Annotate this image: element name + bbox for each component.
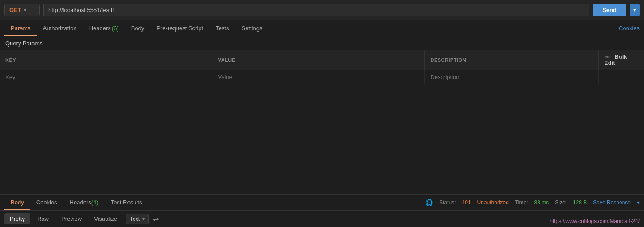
format-bar: Pretty Raw Preview Visualize Text ▾ ⇌ bbox=[0, 211, 644, 227]
size-value: 128 B bbox=[573, 199, 587, 206]
clear-button[interactable]: ⇌ bbox=[153, 215, 159, 223]
tab-body[interactable]: Body bbox=[125, 20, 151, 36]
tab-settings[interactable]: Settings bbox=[235, 20, 268, 36]
format-select[interactable]: Text ▾ bbox=[126, 214, 149, 224]
description-input[interactable] bbox=[430, 74, 593, 80]
response-section: Body Cookies Headers(4) Test Results 🌐 S… bbox=[0, 194, 644, 227]
method-label: GET bbox=[9, 7, 21, 13]
fmt-tab-visualize[interactable]: Visualize bbox=[89, 213, 122, 224]
resp-tab-body[interactable]: Body bbox=[4, 195, 30, 210]
time-value: 88 ms bbox=[534, 199, 549, 206]
tab-authorization[interactable]: Authorization bbox=[37, 20, 83, 36]
status-label: Status: bbox=[439, 199, 456, 206]
send-dropdown-button[interactable]: ▾ bbox=[630, 4, 640, 16]
response-tabs-bar: Body Cookies Headers(4) Test Results 🌐 S… bbox=[0, 195, 644, 211]
fmt-tab-pretty[interactable]: Pretty bbox=[4, 213, 30, 224]
value-input[interactable] bbox=[218, 74, 419, 80]
empty-area bbox=[0, 84, 644, 160]
tab-tests[interactable]: Tests bbox=[209, 20, 235, 36]
tab-prerequest[interactable]: Pre-request Script bbox=[150, 20, 209, 36]
save-response-chevron-icon[interactable]: ▾ bbox=[637, 199, 640, 206]
key-input[interactable] bbox=[5, 74, 207, 80]
table-row bbox=[0, 70, 644, 84]
fmt-tab-preview[interactable]: Preview bbox=[56, 213, 87, 224]
url-bar: GET ▾ Send ▾ bbox=[0, 0, 644, 20]
tab-headers[interactable]: Headers(6) bbox=[83, 20, 125, 36]
col-key-header: KEY bbox=[0, 50, 212, 70]
response-status: 🌐 Status: 401 Unauthorized Time: 88 ms S… bbox=[425, 199, 640, 206]
resp-tab-cookies[interactable]: Cookies bbox=[30, 195, 63, 210]
url-input[interactable] bbox=[43, 4, 589, 16]
col-value-header: VALUE bbox=[212, 50, 425, 70]
method-chevron-icon: ▾ bbox=[24, 8, 26, 12]
fmt-tab-raw[interactable]: Raw bbox=[32, 213, 54, 224]
time-label: Time: bbox=[515, 199, 528, 206]
size-label: Size: bbox=[555, 199, 567, 206]
params-table: KEY VALUE DESCRIPTION ••• Bulk Edit bbox=[0, 50, 644, 84]
globe-icon: 🌐 bbox=[425, 199, 433, 206]
watermark: https://www.cnblogs.com/Mamba8-24/ bbox=[550, 218, 640, 224]
status-code: 401 bbox=[462, 199, 471, 206]
resp-tab-test-results[interactable]: Test Results bbox=[105, 195, 149, 210]
col-desc-header: DESCRIPTION bbox=[425, 50, 599, 70]
cookies-link[interactable]: Cookies bbox=[619, 20, 640, 36]
query-params-header: Query Params bbox=[0, 36, 644, 50]
method-selector[interactable]: GET ▾ bbox=[4, 4, 40, 16]
format-chevron-icon: ▾ bbox=[142, 216, 145, 221]
send-button[interactable]: Send bbox=[593, 4, 626, 16]
resp-tab-headers[interactable]: Headers(4) bbox=[63, 195, 105, 210]
col-actions-header: ••• Bulk Edit bbox=[599, 50, 644, 70]
tab-params[interactable]: Params bbox=[4, 20, 37, 36]
format-select-label: Text bbox=[130, 216, 140, 222]
request-tabs: Params Authorization Headers(6) Body Pre… bbox=[0, 20, 644, 36]
more-dots-icon[interactable]: ••• bbox=[604, 54, 610, 60]
status-text: Unauthorized bbox=[477, 199, 509, 206]
save-response-button[interactable]: Save Response bbox=[593, 199, 631, 206]
